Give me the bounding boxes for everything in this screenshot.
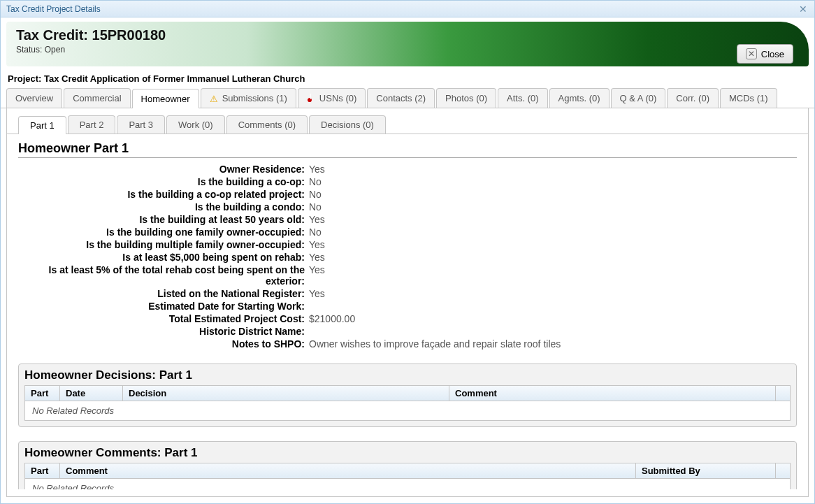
close-button[interactable]: ✕ Close	[737, 44, 793, 64]
field-row: Is at least $5,000 being spent on rehab:…	[21, 252, 797, 263]
field-row: Listed on the National Register:Yes	[21, 288, 797, 299]
field-label: Estimated Date for Starting Work:	[21, 301, 308, 312]
comments-grid: Part Comment Submitted By No Related Rec…	[24, 463, 791, 489]
status-line: Status: Open	[16, 45, 166, 55]
scroll-area[interactable]: Homeowner Part 1 Owner Residence:YesIs t…	[7, 134, 808, 489]
decisions-grid-header: Part Date Decision Comment	[25, 386, 790, 401]
col-spacer	[776, 463, 790, 478]
field-row: Is at least 5% of the total rehab cost b…	[21, 264, 797, 287]
header-banner: Tax Credit: 15PR00180 Status: Open ✕ Clo…	[6, 22, 809, 66]
tab-label: Commercial	[73, 93, 121, 103]
col-date[interactable]: Date	[60, 386, 123, 401]
col-submitted-by[interactable]: Submitted By	[636, 463, 776, 478]
sub-tabs: Part 1 Part 2 Part 3 Work (0) Comments (…	[7, 115, 808, 134]
field-value: Yes	[308, 239, 325, 250]
field-value	[308, 326, 309, 337]
subtab-comments[interactable]: Comments (0)	[226, 115, 308, 134]
field-label: Is the building a co-op related project:	[21, 189, 308, 200]
field-label: Is the building a condo:	[21, 201, 308, 213]
field-row: Total Estimated Project Cost:$21000.00	[21, 313, 797, 324]
tab-usns[interactable]: USNs (0)	[298, 88, 366, 108]
status-value: Open	[45, 45, 65, 55]
decisions-grid: Part Date Decision Comment No Related Re…	[24, 385, 791, 421]
subtab-part2[interactable]: Part 2	[68, 115, 116, 134]
tab-label: Photos (0)	[445, 93, 487, 103]
tab-label: MCDs (1)	[729, 93, 768, 103]
tab-contacts[interactable]: Contacts (2)	[367, 88, 435, 108]
comments-grid-header: Part Comment Submitted By	[25, 463, 790, 479]
field-label: Is the building multiple family owner-oc…	[21, 239, 308, 250]
field-row: Is the building one family owner-occupie…	[21, 226, 797, 238]
titlebar: Tax Credit Project Details ✕	[1, 1, 814, 17]
tab-label: Overview	[15, 93, 53, 103]
field-value: Yes	[308, 252, 325, 263]
main-tabs: Overview Commercial Homeowner Submission…	[1, 88, 814, 108]
col-part[interactable]: Part	[25, 463, 60, 478]
close-button-label: Close	[761, 49, 784, 59]
dialog-window: Tax Credit Project Details ✕ Tax Credit:…	[0, 0, 815, 504]
header-left: Tax Credit: 15PR00180 Status: Open	[16, 27, 166, 55]
warning-icon	[210, 94, 219, 103]
col-comment[interactable]: Comment	[449, 386, 776, 401]
close-icon: ✕	[746, 48, 757, 59]
fields-list: Owner Residence:YesIs the building a co-…	[21, 164, 797, 350]
error-icon	[307, 94, 317, 103]
section-title: Homeowner Part 1	[18, 141, 797, 158]
page-title: Tax Credit: 15PR00180	[16, 27, 166, 43]
subtab-part3[interactable]: Part 3	[117, 115, 165, 134]
field-row: Is the building a co-op related project:…	[21, 189, 797, 200]
field-value: No	[308, 189, 322, 200]
project-label: Project:	[8, 73, 41, 84]
field-label: Is at least $5,000 being spent on rehab:	[21, 252, 308, 263]
field-value: No	[308, 176, 322, 187]
field-row: Notes to SHPO:Owner wishes to improve fa…	[21, 338, 797, 350]
tab-label: Submissions (1)	[222, 93, 287, 103]
decisions-empty: No Related Records	[25, 401, 790, 420]
field-label: Listed on the National Register:	[21, 288, 308, 299]
tab-label: Homeowner	[141, 94, 190, 104]
col-spacer	[776, 386, 790, 401]
tab-qa[interactable]: Q & A (0)	[611, 88, 666, 108]
project-name: Tax Credit Application of Former Immanue…	[44, 73, 305, 84]
tab-commercial[interactable]: Commercial	[64, 88, 130, 108]
field-row: Is the building a co-op:No	[21, 176, 797, 187]
col-decision[interactable]: Decision	[123, 386, 449, 401]
tab-atts[interactable]: Atts. (0)	[498, 88, 548, 108]
tab-content: Part 1 Part 2 Part 3 Work (0) Comments (…	[6, 108, 809, 497]
col-part[interactable]: Part	[25, 386, 60, 401]
comments-title: Homeowner Comments: Part 1	[24, 446, 791, 460]
subtab-part1[interactable]: Part 1	[18, 116, 66, 134]
tab-mcds[interactable]: MCDs (1)	[720, 88, 777, 108]
field-label: Is at least 5% of the total rehab cost b…	[21, 264, 308, 287]
tab-label: Corr. (0)	[676, 93, 709, 103]
field-value	[308, 301, 309, 312]
tab-overview[interactable]: Overview	[6, 88, 62, 108]
field-row: Is the building at least 50 years old:Ye…	[21, 214, 797, 225]
field-label: Is the building at least 50 years old:	[21, 214, 308, 225]
subtab-decisions[interactable]: Decisions (0)	[309, 115, 386, 134]
field-value: No	[308, 201, 322, 213]
field-row: Estimated Date for Starting Work:	[21, 301, 797, 312]
col-comment[interactable]: Comment	[60, 463, 636, 478]
field-value: Yes	[308, 264, 325, 287]
tab-corr[interactable]: Corr. (0)	[667, 88, 719, 108]
tab-label: Atts. (0)	[507, 93, 539, 103]
tab-submissions[interactable]: Submissions (1)	[201, 88, 296, 108]
field-value: Yes	[308, 214, 325, 225]
tab-homeowner[interactable]: Homeowner	[132, 89, 199, 108]
tab-label: USNs (0)	[319, 93, 356, 103]
window-close-icon[interactable]: ✕	[796, 3, 810, 15]
field-value: Owner wishes to improve façade and repai…	[308, 338, 561, 350]
field-row: Is the building multiple family owner-oc…	[21, 239, 797, 250]
decisions-title: Homeowner Decisions: Part 1	[24, 368, 791, 382]
subtab-work[interactable]: Work (0)	[166, 115, 225, 134]
field-value: $21000.00	[308, 313, 355, 324]
tab-agmts[interactable]: Agmts. (0)	[549, 88, 610, 108]
field-value: No	[308, 226, 322, 238]
field-row: Is the building a condo:No	[21, 201, 797, 213]
field-value: Yes	[308, 164, 325, 175]
project-line: Project: Tax Credit Application of Forme…	[1, 66, 814, 88]
tab-photos[interactable]: Photos (0)	[436, 88, 496, 108]
field-label: Is the building one family owner-occupie…	[21, 226, 308, 238]
comments-panel: Homeowner Comments: Part 1 Part Comment …	[18, 441, 797, 489]
